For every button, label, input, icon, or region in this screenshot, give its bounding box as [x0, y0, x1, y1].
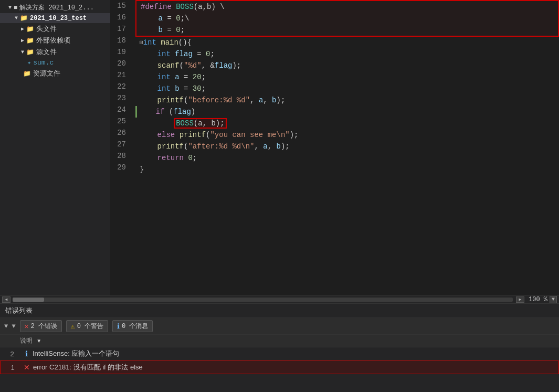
code-line-26[interactable]: else printf("you can see me\n"); — [135, 129, 559, 141]
sidebar-sumc-label: sum.c — [33, 59, 54, 67]
editor-area[interactable]: 15 16 17 18 19 20 21 22 23 24 25 26 27 2… — [110, 0, 559, 295]
macro-boss-call: BOSS — [176, 119, 194, 128]
code-line-18[interactable]: ⊟ int main(){ — [135, 37, 559, 48]
folder-icon-source: 📁 — [26, 48, 34, 56]
code-line-29[interactable]: } — [135, 164, 559, 175]
filter-icon[interactable]: ▼ ▼ — [4, 323, 16, 330]
highlight-box-15-17: #define BOSS(a,b) \ a = 0;\ b = 0; — [135, 0, 559, 37]
green-indicator-24 — [135, 106, 137, 118]
line22-eq: = — [180, 84, 193, 93]
num-0-17: 0 — [176, 26, 180, 34]
line15-content: #define BOSS(a,b) \ — [141, 1, 225, 13]
func-printf-27: printf — [157, 142, 184, 151]
sidebar-item-external[interactable]: ▶ 📁 外部依赖项 — [0, 35, 110, 46]
var-b-27: b — [277, 142, 281, 151]
sidebar-resource-label: 资源文件 — [33, 69, 60, 78]
code-line-20[interactable]: scanf("%d", &flag); — [135, 60, 559, 71]
code-line-24[interactable]: if (flag) — [135, 106, 559, 118]
code-line-27[interactable]: printf("after:%d %d\n", a, b); — [135, 141, 559, 152]
line20-lp: ( — [180, 61, 184, 70]
line25-content: BOSS(a, b); — [140, 118, 226, 129]
line18-paren: (){ — [178, 38, 192, 47]
warning-badge-label: 0 个警告 — [77, 322, 103, 331]
line18-space — [156, 38, 161, 47]
sidebar-external-label: 外部依赖项 — [36, 36, 70, 45]
warning-badge[interactable]: ⚠ 0 个警告 — [66, 320, 108, 332]
error-panel-title: 错误列表 — [5, 306, 33, 314]
line24-rp: ) — [191, 108, 195, 116]
info-badge-label: 0 个消息 — [122, 322, 148, 331]
var-a-16: a — [159, 14, 163, 23]
var-flag-20: flag — [215, 61, 233, 70]
error-row-2[interactable]: 1 ✕ error C2181: 没有匹配 if 的非法 else — [0, 361, 559, 374]
line-num-19: 19 — [115, 46, 126, 58]
line17-content: b = 0; — [141, 24, 185, 36]
line19-indent — [140, 50, 157, 58]
info-badge[interactable]: ℹ 0 个消息 — [112, 320, 153, 332]
kw-else-26: else — [157, 131, 175, 139]
line20-rp: ); — [232, 61, 241, 70]
line20-content: scanf("%d", &flag); — [140, 60, 241, 71]
line19-content: int flag = 0; — [140, 48, 215, 60]
var-b-22: b — [175, 84, 179, 93]
code-line-15[interactable]: #define BOSS(a,b) \ — [136, 1, 558, 13]
line28-content: return 0; — [140, 152, 197, 164]
error-x-icon: ✕ — [25, 322, 29, 331]
code-line-19[interactable]: int flag = 0; — [135, 48, 559, 60]
sidebar-item-headers[interactable]: ▶ 📁 头文件 — [0, 23, 110, 35]
line15-args: (a,b) \ — [194, 3, 225, 11]
highlight-boss-call: BOSS(a, b); — [175, 119, 225, 128]
code-line-28[interactable]: return 0; — [135, 152, 559, 164]
line24-indent — [138, 108, 156, 116]
code-line-17[interactable]: b = 0; — [136, 24, 558, 36]
chevron-right-icon: ▶ — [21, 26, 24, 32]
var-flag-19: flag — [175, 50, 193, 58]
scroll-left-button[interactable]: ◀ — [2, 296, 10, 303]
line-num-20: 20 — [115, 58, 126, 69]
error-panel: 错误列表 ▼ ▼ ✕ 2 个错误 ⚠ 0 个警告 ℹ 0 个消息 说明 ▼ 2 — [0, 303, 559, 392]
sidebar-item-sumc[interactable]: ✦ sum.c — [0, 58, 110, 68]
line25-indent — [140, 119, 175, 128]
line17-indent — [141, 26, 159, 34]
chevron-down-icon-src: ▼ — [21, 49, 24, 55]
kw-int-19: int — [157, 50, 171, 58]
code-container: 15 16 17 18 19 20 21 22 23 24 25 26 27 2… — [110, 0, 559, 295]
code-line-22[interactable]: int b = 30; — [135, 83, 559, 94]
folder-icon-resource: 📁 — [23, 70, 31, 78]
line27-content: printf("after:%d %d\n", a, b); — [140, 141, 290, 152]
zoom-control: 100 % ▼ — [529, 296, 557, 303]
sidebar-item-resource[interactable]: 📁 资源文件 — [0, 68, 110, 79]
code-lines[interactable]: #define BOSS(a,b) \ a = 0;\ b = 0; — [131, 0, 559, 295]
sidebar-item-solution[interactable]: ▼ ■ 解决方案 2021_10_2... — [0, 2, 110, 13]
line-num-23: 23 — [115, 92, 126, 104]
line-num-24: 24 — [115, 104, 126, 115]
sort-icon[interactable]: ▼ — [36, 338, 41, 344]
scrollbar-thumb[interactable] — [13, 298, 44, 302]
num-20: 20 — [193, 73, 202, 81]
num-0-28: 0 — [188, 154, 192, 162]
error-badge[interactable]: ✕ 2 个错误 — [20, 320, 62, 332]
num-0-16: 0 — [176, 14, 180, 23]
kw-if-24: if — [156, 108, 165, 116]
line22-sp — [171, 84, 175, 93]
code-line-25[interactable]: BOSS(a, b); — [135, 118, 559, 129]
error-row-1[interactable]: 2 ℹ IntelliSense: 应输入一个语句 — [0, 347, 559, 361]
code-line-16[interactable]: a = 0;\ — [136, 13, 558, 24]
zoom-dropdown-button[interactable]: ▼ — [550, 296, 557, 303]
code-line-23[interactable]: printf("before:%d %d", a, b); — [135, 94, 559, 106]
expand-18[interactable]: ⊟ — [140, 37, 143, 48]
folder-icon-external: 📁 — [26, 37, 34, 45]
line-num-28: 28 — [115, 150, 126, 162]
sidebar-item-source[interactable]: ▼ 📁 源文件 — [0, 46, 110, 58]
sidebar: ▼ ■ 解决方案 2021_10_2... ▼ 📁 2021_10_23_tes… — [0, 0, 110, 295]
error-panel-header: 错误列表 — [0, 304, 559, 318]
code-line-21[interactable]: int a = 20; — [135, 71, 559, 83]
macro-boss: BOSS — [176, 3, 194, 11]
scrollbar-track[interactable] — [13, 298, 513, 302]
scroll-right-button[interactable]: ▶ — [516, 296, 524, 303]
line16-content: a = 0;\ — [141, 13, 189, 24]
var-flag-24: flag — [173, 108, 191, 116]
sidebar-item-project[interactable]: ▼ 📁 2021_10_23_test — [0, 13, 110, 23]
sidebar-source-label: 源文件 — [36, 47, 57, 57]
line-num-26: 26 — [115, 127, 126, 139]
